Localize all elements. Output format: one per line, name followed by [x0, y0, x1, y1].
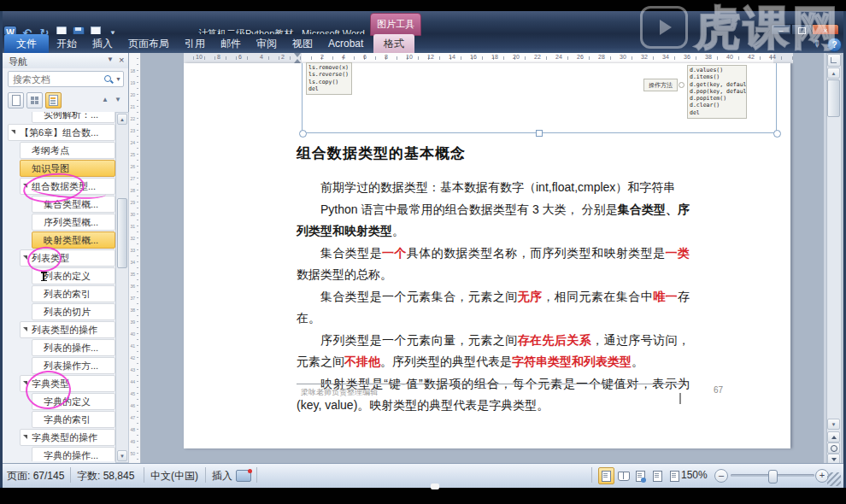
navigation-pane-close-icon[interactable]: × [119, 55, 124, 65]
search-input[interactable] [11, 73, 97, 85]
nav-item[interactable]: 列表类型 [20, 249, 115, 267]
nav-item-label: 【第6章】组合数... [20, 126, 98, 139]
help-button[interactable]: ? [827, 38, 842, 52]
image-selection-border-right [776, 63, 777, 132]
status-insert-mode[interactable]: 插入 [212, 469, 232, 483]
diagram-method-line: d.values() [690, 67, 744, 73]
nav-item[interactable]: 列表操作方... [32, 357, 115, 374]
paragraph: Python 语言中最常用的组合数据类型有 3 大类， 分别是集合类型、序列类型… [297, 199, 690, 243]
view-shortcut-buttons [598, 467, 683, 484]
nav-item[interactable]: 知识导图 [20, 160, 115, 177]
tab-3[interactable]: 引用 [178, 34, 212, 53]
nav-item-label: 列表的切片 [44, 306, 91, 319]
nav-item[interactable]: 【第6章】组合数... [8, 124, 115, 141]
nav-item[interactable]: 字典类型的操作 [20, 429, 115, 446]
web-layout-button[interactable] [632, 467, 649, 484]
scroll-down-icon[interactable]: ▼ [827, 419, 840, 430]
tab-format[interactable]: 格式 [373, 34, 414, 53]
full-screen-reading-button[interactable] [615, 467, 632, 484]
outline-view-button[interactable] [649, 467, 666, 484]
scroll-down-icon[interactable]: ▼ [117, 450, 127, 461]
proofing-status-icon[interactable] [236, 470, 251, 482]
window-resize-grip[interactable] [827, 472, 841, 486]
ruler-number: 36 [684, 54, 690, 60]
search-options-chevron-icon[interactable]: ▼ [115, 76, 121, 82]
navigation-scrollbar[interactable]: ▲ ▼ [115, 112, 129, 463]
document-scroll-thumb[interactable] [827, 79, 840, 117]
tab-5[interactable]: 审阅 [250, 34, 284, 53]
browse-pages-button[interactable] [26, 92, 43, 108]
status-separator [256, 467, 257, 483]
zoom-slider-thumb[interactable] [768, 470, 778, 483]
nav-item[interactable]: 序列类型概... [32, 214, 115, 231]
ruler-number: 28 [131, 188, 136, 192]
browse-headings-button[interactable] [8, 92, 24, 108]
next-result-button[interactable]: ▼ [115, 96, 121, 103]
nav-item[interactable]: 列表类型的操作 [20, 321, 115, 338]
nav-item[interactable]: 字典的操作... [32, 447, 115, 461]
footer-editor-note: 梁咏老师负责整理编辑 [301, 387, 378, 398]
tab-1[interactable]: 插入 [85, 34, 120, 53]
navigation-pane-menu-icon[interactable]: ▼ [107, 56, 114, 63]
nav-item[interactable]: 字典的索引 [32, 411, 115, 428]
tab-4[interactable]: 邮件 [214, 34, 248, 53]
select-browse-object-button[interactable] [827, 442, 840, 454]
tab-6[interactable]: 视图 [285, 34, 320, 53]
text-caret [679, 393, 681, 404]
tab-file[interactable]: 文件 [4, 34, 49, 53]
nav-item[interactable]: 字典类型 [20, 375, 115, 392]
nav-item[interactable]: 列表的切片 [32, 303, 115, 320]
ruler-number: 49 [131, 439, 136, 443]
search-icon[interactable] [104, 75, 111, 82]
expand-triangle-icon[interactable] [23, 435, 27, 439]
nav-item[interactable]: 列表的索引 [32, 285, 115, 302]
nav-item[interactable]: 组合数据类型... [20, 178, 115, 195]
status-page-count[interactable]: 页面: 67/145 [7, 469, 64, 483]
nav-item-label: 字典类型的操作 [32, 431, 97, 444]
tab-7[interactable]: Acrobat [321, 34, 370, 53]
tab-0[interactable]: 开始 [50, 34, 84, 53]
expand-triangle-icon[interactable] [23, 184, 27, 188]
nav-item[interactable]: 考纲考点 [20, 142, 115, 159]
status-word-count[interactable]: 字数: 58,845 [77, 469, 134, 483]
selection-handle-bottom-left[interactable] [299, 130, 307, 138]
nav-item[interactable]: 列表的操作... [32, 339, 115, 356]
nav-item-label: 组合数据类型... [32, 180, 96, 193]
status-separator [591, 467, 592, 483]
expand-triangle-icon[interactable] [23, 255, 27, 260]
ruler-toggle-button[interactable] [827, 54, 841, 67]
maximize-icon [798, 27, 806, 34]
page-number: 67 [714, 385, 723, 395]
nav-item[interactable]: 集合类型概... [32, 196, 115, 213]
expand-triangle-icon[interactable] [23, 381, 27, 385]
expand-triangle-icon[interactable] [23, 327, 27, 331]
browse-results-button[interactable] [45, 92, 62, 108]
scroll-up-icon[interactable]: ▲ [117, 114, 127, 125]
nav-item[interactable]: 列表的定义 [32, 267, 115, 284]
tab-2[interactable]: 页面布局 [121, 34, 176, 53]
ruler-number: 36 [131, 284, 136, 288]
indent-marker[interactable] [294, 53, 302, 63]
ruler-number: 22 [131, 116, 136, 120]
print-layout-view-button[interactable] [598, 467, 614, 484]
expand-triangle-icon[interactable] [11, 130, 15, 134]
nav-item[interactable]: 映射类型概... [32, 231, 115, 249]
status-language[interactable]: 中文(中国) [150, 469, 198, 483]
selection-handle-bottom-right[interactable] [773, 130, 781, 138]
navigation-scroll-thumb[interactable] [117, 198, 127, 268]
selection-handle-bottom-center[interactable] [536, 130, 543, 137]
ruler-number: 6 [238, 54, 242, 60]
nav-item[interactable]: 实例解析：... [32, 112, 115, 123]
nav-item-label: 序列类型概... [44, 216, 98, 229]
document-scrollbar-area: ▲ ▼ [824, 53, 843, 463]
diagram-method-line: d.clear() [690, 102, 744, 108]
previous-page-button[interactable] [827, 431, 840, 442]
ruler-number: 32 [641, 54, 648, 60]
scroll-up-icon[interactable]: ▲ [827, 67, 840, 79]
zoom-level[interactable]: 150% [681, 469, 708, 481]
nav-item-label: 考纲考点 [32, 144, 69, 157]
nav-item[interactable]: 字典的定义 [32, 393, 115, 410]
zoom-out-button[interactable]: – [714, 469, 728, 483]
ruler-number: 39 [131, 319, 136, 324]
previous-result-button[interactable]: ▲ [102, 96, 109, 103]
